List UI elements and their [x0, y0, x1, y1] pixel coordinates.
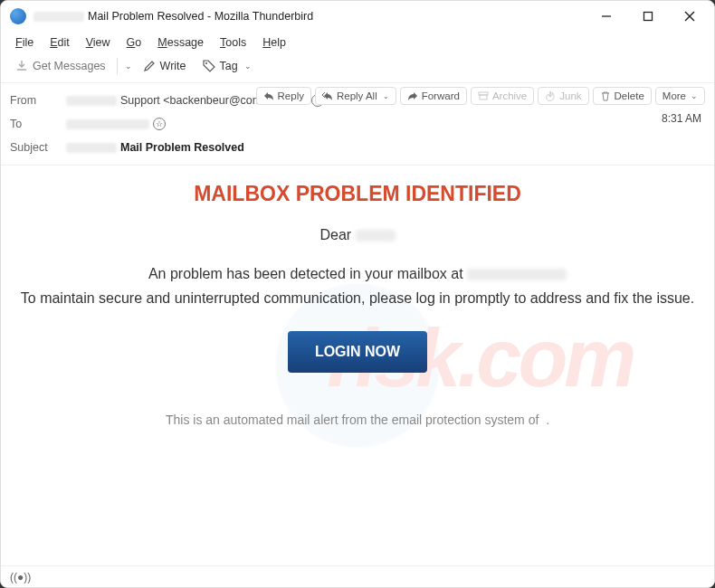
download-icon — [15, 60, 28, 72]
reply-all-button[interactable]: Reply All⌄ — [315, 87, 396, 105]
email-line2: To maintain secure and uninterrupted com… — [19, 289, 696, 308]
archive-icon — [478, 90, 489, 101]
status-icon[interactable]: ((●)) — [10, 571, 31, 583]
svg-rect-1 — [644, 13, 653, 21]
menu-edit[interactable]: Edit — [43, 34, 77, 51]
email-line1: An problem has been detected in your mai… — [19, 265, 696, 284]
app-window: Mail Problem Resolved - Mozilla Thunderb… — [0, 0, 715, 588]
tag-button[interactable]: Tag ⌄ — [197, 57, 257, 75]
forward-button[interactable]: Forward — [400, 87, 467, 105]
to-label: To — [10, 118, 59, 130]
junk-button[interactable]: Junk — [538, 87, 588, 105]
titlebar: Mail Problem Resolved - Mozilla Thunderb… — [1, 1, 714, 32]
reply-icon — [263, 90, 274, 101]
message-headers: From Support <backenbeur@contetele.co> ☆… — [1, 82, 714, 166]
minimize-button[interactable] — [586, 1, 627, 32]
thunderbird-logo-icon — [10, 8, 26, 24]
forward-icon — [407, 90, 418, 101]
email-heading: MAILBOX PROBLEM IDENTIFIED — [19, 182, 696, 206]
email-footer: This is an automated mail alert from the… — [19, 413, 696, 427]
maximize-button[interactable] — [627, 1, 669, 32]
login-now-button[interactable]: LOGIN NOW — [288, 331, 427, 373]
title-redacted — [33, 12, 84, 22]
close-button[interactable] — [669, 1, 710, 32]
recipient-redacted — [356, 230, 396, 242]
statusbar: ((●)) — [1, 565, 714, 587]
trash-icon — [600, 90, 611, 101]
subject-label: Subject — [10, 141, 59, 154]
menu-tools[interactable]: Tools — [213, 34, 253, 51]
subject-value: Mail Problem Resolved — [120, 141, 244, 154]
svg-point-4 — [205, 62, 207, 64]
pencil-icon — [143, 60, 156, 72]
menu-message[interactable]: Message — [150, 34, 211, 51]
reply-button[interactable]: Reply — [256, 87, 311, 105]
tag-icon — [203, 60, 215, 72]
menu-file[interactable]: File — [8, 34, 41, 51]
menu-go[interactable]: Go — [119, 34, 149, 51]
delete-button[interactable]: Delete — [593, 87, 652, 105]
from-name-redacted — [66, 96, 117, 106]
subject-prefix-redacted — [66, 143, 117, 153]
message-body: risk.com MAILBOX PROBLEM IDENTIFIED Dear… — [1, 166, 714, 565]
flame-icon — [545, 90, 556, 101]
toolbar: Get Messages ⌄ Write Tag ⌄ — [1, 53, 714, 82]
reply-all-icon — [322, 90, 333, 101]
to-redacted — [66, 119, 149, 129]
window-title: Mail Problem Resolved - Mozilla Thunderb… — [88, 10, 313, 23]
from-label: From — [10, 94, 59, 107]
more-button[interactable]: More⌄ — [655, 87, 705, 105]
get-messages-button[interactable]: Get Messages — [10, 57, 111, 75]
write-button[interactable]: Write — [138, 57, 192, 75]
archive-button[interactable]: Archive — [471, 87, 534, 105]
timestamp: 8:31 AM — [662, 112, 701, 125]
svg-rect-6 — [480, 95, 487, 100]
menu-view[interactable]: View — [79, 34, 118, 51]
mailbox-redacted — [467, 269, 567, 280]
contact-icon[interactable]: ☆ — [153, 118, 166, 130]
menubar: File Edit View Go Message Tools Help — [1, 32, 714, 53]
email-greeting: Dear — [19, 226, 696, 245]
get-messages-dropdown[interactable]: ⌄ — [125, 62, 132, 71]
menu-help[interactable]: Help — [255, 34, 293, 51]
